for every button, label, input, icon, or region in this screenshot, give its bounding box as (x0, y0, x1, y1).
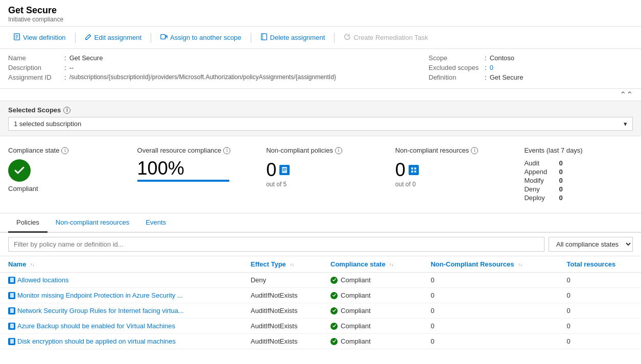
events-title: Events (last 7 days) (524, 147, 633, 154)
svg-rect-13 (411, 171, 413, 173)
tab-events[interactable]: Events (137, 213, 174, 233)
progress-bar (137, 180, 229, 182)
svg-rect-12 (414, 167, 416, 169)
assignment-id-row: Assignment ID : /subscriptions/{subscrip… (8, 74, 429, 81)
sort-effect-icon: ↑↓ (290, 262, 294, 267)
toolbar-sep-4 (334, 33, 335, 43)
non-compliant-policies-value: 0 (266, 159, 375, 181)
svg-rect-14 (414, 171, 416, 173)
row-policy-icon (8, 277, 15, 284)
view-definition-button[interactable]: View definition (8, 31, 71, 44)
collapse-button[interactable]: ⌃⌃ (0, 89, 641, 101)
col-compliance-state[interactable]: Compliance state ↑↓ (322, 256, 422, 273)
svg-rect-17 (10, 308, 13, 313)
event-label: Deploy (524, 194, 555, 202)
overall-compliance-info-icon: i (223, 147, 230, 154)
toolbar-sep-1 (75, 33, 76, 43)
name-label: Name (8, 54, 64, 62)
svg-rect-15 (10, 278, 13, 282)
policy-name-link[interactable]: Monitor missing Endpoint Protection in A… (17, 292, 183, 299)
svg-rect-4 (161, 35, 165, 39)
compliance-state-display: Compliant (8, 159, 117, 192)
overall-compliance-value: 100% (137, 159, 246, 178)
cell-effect: AuditIfNotExists (243, 288, 322, 303)
policy-name-link[interactable]: Allowed locations (17, 276, 68, 284)
definition-label: Definition (429, 74, 485, 81)
col-total-resources[interactable]: Total resources (558, 256, 641, 273)
chevron-down-icon: ▾ (624, 120, 627, 128)
delete-assignment-button[interactable]: Delete assignment (255, 31, 330, 44)
compliance-state-title: Compliance state i (8, 147, 117, 154)
table-row: Network Security Group Rules for Interne… (0, 303, 641, 319)
cell-compliance: Compliant (322, 288, 422, 303)
events-list: Audit0Append0Modify0Deny0Deploy0 (524, 159, 633, 202)
delete-icon (260, 33, 268, 42)
svg-rect-16 (10, 293, 13, 298)
compliance-dot (330, 338, 338, 345)
policy-name-link[interactable]: Disk encryption should be applied on vir… (17, 337, 176, 345)
col-name[interactable]: Name ↑↓ (0, 256, 243, 273)
sort-compliance-icon: ↑↓ (389, 262, 393, 267)
cell-name: Disk encryption should be applied on vir… (0, 334, 243, 349)
excluded-scopes-value[interactable]: 0 (490, 64, 493, 71)
metadata-right: Scope : Contoso Excluded scopes : 0 Defi… (429, 54, 633, 83)
description-label: Description (8, 64, 64, 71)
description-row: Description : -- (8, 64, 429, 71)
cell-non-compliant: 0 (422, 334, 558, 349)
toolbar-sep-3 (251, 33, 251, 43)
excluded-scopes-row: Excluded scopes : 0 (429, 64, 633, 71)
scope-label: Scope (429, 54, 485, 62)
col-effect-type[interactable]: Effect Type ↑↓ (243, 256, 322, 273)
svg-rect-8 (282, 168, 287, 169)
edit-icon (85, 33, 92, 42)
filter-bar: All compliance states (0, 233, 641, 256)
scope-value: Contoso (490, 54, 514, 62)
overall-compliance-title: Overall resource compliance i (137, 147, 246, 154)
scope-section: Selected Scopes i 1 selected subscriptio… (0, 101, 641, 136)
cell-name: Monitor missing Endpoint Protection in A… (0, 288, 243, 303)
assign-scope-button[interactable]: Assign to another scope (155, 31, 246, 44)
view-definition-icon (13, 33, 20, 42)
edit-assignment-button[interactable]: Edit assignment (80, 31, 147, 44)
description-value: -- (69, 64, 74, 71)
progress-fill (137, 180, 229, 182)
name-value: Get Secure (69, 54, 103, 62)
tab-policies[interactable]: Policies (8, 213, 48, 233)
scope-row: Scope : Contoso (429, 54, 633, 62)
page-title: Get Secure (8, 5, 633, 16)
event-row: Deny0 (524, 185, 633, 193)
policy-name-link[interactable]: Azure Backup should be enabled for Virtu… (17, 322, 175, 330)
definition-row: Definition : Get Secure (429, 74, 633, 81)
metadata-left: Name : Get Secure Description : -- Assig… (8, 54, 429, 83)
create-remediation-button[interactable]: Create Remediation Task (339, 31, 433, 44)
event-label: Audit (524, 159, 555, 167)
compliance-state-filter[interactable]: All compliance states (549, 237, 633, 252)
cell-non-compliant: 0 (422, 273, 558, 288)
table-header: Name ↑↓ Effect Type ↑↓ Compliance state … (0, 256, 641, 273)
cell-effect: AuditIfNotExists (243, 303, 322, 319)
ncr-info-icon: i (471, 147, 478, 154)
cell-non-compliant: 0 (422, 303, 558, 319)
page-subtitle: Initiative compliance (8, 16, 633, 23)
row-policy-icon (8, 323, 15, 330)
scope-dropdown[interactable]: 1 selected subscription ▾ (8, 117, 633, 131)
policy-filter-input[interactable] (8, 237, 544, 252)
compliant-label: Compliant (8, 185, 38, 192)
cell-compliance: Compliant (322, 303, 422, 319)
event-count: 0 (559, 159, 562, 167)
table-row: Disk encryption should be applied on vir… (0, 334, 641, 349)
event-label: Deny (524, 185, 555, 193)
policy-name-link[interactable]: Network Security Group Rules for Interne… (17, 307, 184, 314)
compliance-label: Compliant (341, 307, 371, 314)
sort-name-icon: ↑↓ (30, 262, 34, 267)
non-compliant-resources-title: Non-compliant resources i (395, 147, 504, 154)
event-row: Deploy0 (524, 194, 633, 202)
policies-table-container: Name ↑↓ Effect Type ↑↓ Compliance state … (0, 256, 641, 349)
metrics-section: Compliance state i Compliant Overall res… (0, 136, 641, 213)
tab-non-compliant-resources[interactable]: Non-compliant resources (48, 213, 138, 233)
non-compliant-policies-sub: out of 5 (266, 181, 375, 188)
col-non-compliant-resources[interactable]: Non-Compliant Resources ↑↓ (422, 256, 558, 273)
svg-rect-9 (282, 169, 287, 170)
cell-non-compliant: 0 (422, 319, 558, 334)
compliance-label: Compliant (341, 276, 371, 284)
